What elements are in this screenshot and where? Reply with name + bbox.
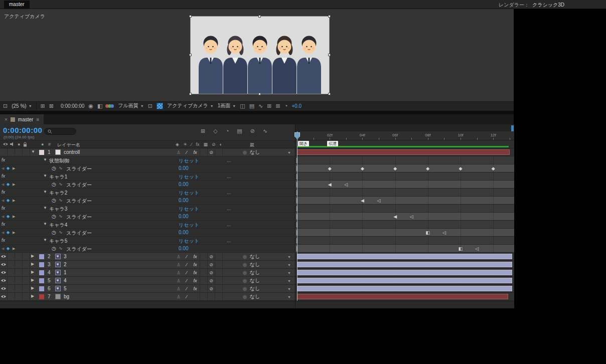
- property-name[interactable]: スライダー: [66, 246, 92, 253]
- motion-blur-cell[interactable]: ⊘: [207, 149, 215, 156]
- adjustment-cell[interactable]: [215, 261, 222, 269]
- parent-dropdown[interactable]: ◎なし▼: [243, 285, 293, 293]
- timeline-marker[interactable]: 伝達: [327, 141, 338, 146]
- video-toggle[interactable]: [0, 253, 8, 260]
- parent-dropdown[interactable]: ◎なし▼: [243, 269, 293, 277]
- shy-icon[interactable]: ♙: [175, 270, 183, 275]
- adjustment-cell[interactable]: [215, 269, 222, 277]
- video-toggle[interactable]: [0, 293, 8, 300]
- quality-column-icon[interactable]: ∕: [191, 142, 192, 147]
- stopwatch-icon[interactable]: ◷: [52, 214, 56, 219]
- effect-options-dots[interactable]: ...: [227, 190, 231, 195]
- layer-bar-row-1[interactable]: [295, 269, 514, 277]
- reset-link[interactable]: リセット: [179, 206, 199, 213]
- keyframe-diamond[interactable]: ◆: [393, 165, 397, 171]
- pixel-aspect-icon[interactable]: ▤: [249, 103, 254, 109]
- layer-duration-bar[interactable]: [297, 149, 510, 155]
- layer-row-controll[interactable]: ▼1controll♙∕fx⊘◎なし▼: [0, 148, 295, 156]
- shy-icon[interactable]: ♙: [175, 254, 183, 259]
- keyframe-tri_hollow[interactable]: ◁: [475, 246, 479, 252]
- effect-group-row-キャラ1[interactable]: fx▼キャラ1リセット...: [0, 172, 295, 180]
- quality-icon[interactable]: ∕: [183, 294, 191, 299]
- layer-duration-bar[interactable]: [297, 262, 512, 267]
- slider-keyframe-row[interactable]: ◀◁: [295, 180, 514, 189]
- fx-switch[interactable]: fx: [191, 278, 200, 283]
- graph-include-icon[interactable]: ∿: [59, 246, 63, 251]
- reset-link[interactable]: リセット: [179, 222, 199, 229]
- add-keyframe-icon[interactable]: ◆: [7, 246, 10, 251]
- property-name[interactable]: スライダー: [66, 214, 92, 221]
- pickwhip-icon[interactable]: ◎: [243, 150, 247, 155]
- keyframe-tri_filled[interactable]: ◀: [361, 198, 364, 204]
- layer-row-3[interactable]: ▶23♙∕fx⊘◎なし▼: [0, 253, 295, 261]
- layer-name[interactable]: 3: [64, 254, 67, 259]
- fx-column-icon[interactable]: fx: [196, 142, 200, 147]
- channels-icon[interactable]: [106, 104, 114, 108]
- graph-editor-icon[interactable]: ∿: [263, 128, 267, 134]
- prev-keyframe-icon[interactable]: ◀: [2, 231, 4, 235]
- layer-bar-row-3[interactable]: [295, 253, 514, 261]
- solo-toggle[interactable]: [15, 293, 23, 300]
- exposure-value[interactable]: +0.0: [291, 103, 301, 109]
- collapse-arrow-icon[interactable]: ▼: [31, 149, 35, 154]
- slider-value[interactable]: 0.00: [179, 198, 188, 203]
- effect-group-row-キャラ4[interactable]: fx▼キャラ4リセット...: [0, 221, 295, 229]
- work-area-strip[interactable]: 開き伝達: [295, 140, 514, 148]
- graph-include-icon[interactable]: ∿: [59, 181, 63, 187]
- slider-property-row[interactable]: ◀◆▶◷∿スライダー0.00: [0, 197, 295, 205]
- next-keyframe-icon[interactable]: ▶: [13, 199, 15, 203]
- expand-arrow-icon[interactable]: ▶: [31, 262, 34, 266]
- effect-group-graph-row[interactable]: [295, 172, 514, 180]
- motion-blur-column-icon[interactable]: ⊘: [212, 142, 216, 147]
- selection-handle[interactable]: [328, 93, 331, 95]
- effect-options-dots[interactable]: ...: [227, 222, 231, 227]
- keyframe-diamond[interactable]: ◆: [426, 165, 429, 171]
- workspace-tab-master[interactable]: master: [4, 1, 30, 9]
- close-icon[interactable]: ×: [5, 117, 8, 122]
- collapse-arrow-icon[interactable]: ▼: [43, 206, 47, 210]
- collapse-arrow-icon[interactable]: ▼: [43, 222, 47, 226]
- lock-toggle[interactable]: [23, 261, 30, 268]
- frame-blend-cell[interactable]: [200, 261, 207, 269]
- parent-dropdown[interactable]: ◎なし▼: [243, 148, 293, 156]
- layer-bar-row-4[interactable]: [295, 277, 514, 285]
- audio-column-icon[interactable]: [10, 142, 15, 147]
- effect-group-row-キャラ2[interactable]: fx▼キャラ2リセット...: [0, 189, 295, 197]
- add-keyframe-icon[interactable]: ◆: [7, 230, 10, 235]
- effect-group-graph-row[interactable]: [295, 237, 514, 245]
- layer-row-1[interactable]: ▶41♙∕fx⊘◎なし▼: [0, 269, 295, 277]
- parent-column-header[interactable]: 親: [250, 142, 254, 148]
- effect-name[interactable]: キャラ2: [49, 190, 67, 197]
- graph-include-icon[interactable]: ∿: [59, 214, 63, 219]
- slider-keyframe-row[interactable]: ◀◁: [295, 213, 514, 221]
- video-toggle[interactable]: [0, 285, 8, 292]
- frame-blend-cell[interactable]: [200, 285, 207, 293]
- reset-exposure-icon[interactable]: ◔: [284, 103, 288, 109]
- keyframe-tri_hollow[interactable]: ◁: [410, 214, 413, 220]
- label-color-swatch[interactable]: [39, 294, 44, 299]
- shy-icon[interactable]: ♙: [175, 278, 183, 283]
- graph-include-icon[interactable]: ∿: [59, 165, 63, 170]
- layer-duration-bar[interactable]: [297, 270, 512, 275]
- effect-group-row-キャラ3[interactable]: fx▼キャラ3リセット...: [0, 205, 295, 213]
- solo-toggle[interactable]: [15, 269, 23, 276]
- frame-blend-cell[interactable]: [200, 149, 207, 156]
- video-toggle[interactable]: [0, 269, 8, 276]
- keyframe-diamond[interactable]: ◆: [328, 165, 332, 171]
- layer-name[interactable]: 4: [64, 278, 67, 283]
- shy-icon[interactable]: ♙: [175, 294, 183, 299]
- stopwatch-icon[interactable]: ◷: [52, 198, 56, 203]
- resolution-dropdown[interactable]: フル画質 ▼: [118, 102, 143, 109]
- slider-keyframe-row[interactable]: ◀◁: [295, 197, 514, 205]
- layer-duration-bar[interactable]: [297, 254, 512, 259]
- collapse-arrow-icon[interactable]: ▼: [43, 173, 47, 178]
- slider-property-row[interactable]: ◀◆▶◷∿スライダー0.00: [0, 213, 295, 221]
- threed-cell[interactable]: [222, 285, 230, 293]
- pickwhip-icon[interactable]: ◎: [243, 262, 247, 267]
- next-keyframe-icon[interactable]: ▶: [13, 231, 15, 235]
- threed-cell[interactable]: [222, 261, 230, 269]
- quality-icon[interactable]: ∕: [183, 262, 191, 267]
- slider-value[interactable]: 0.00: [179, 214, 188, 219]
- label-color-swatch[interactable]: [39, 286, 44, 291]
- next-keyframe-icon[interactable]: ▶: [13, 247, 15, 251]
